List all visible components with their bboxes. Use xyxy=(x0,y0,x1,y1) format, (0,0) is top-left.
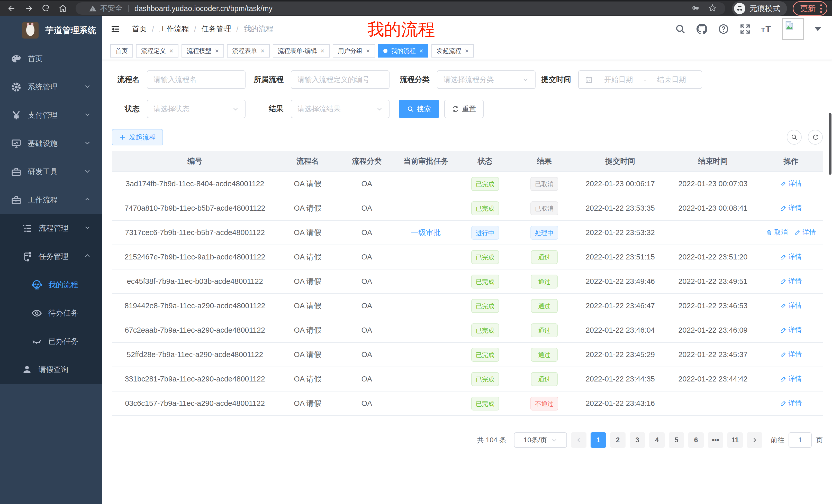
tab-0[interactable]: 首页 xyxy=(110,44,133,58)
status-badge: 已完成 xyxy=(471,299,499,313)
breadcrumb-task-mgmt[interactable]: 任务管理 xyxy=(201,24,231,34)
tab-close-icon[interactable]: × xyxy=(465,48,469,54)
cell-category: OA xyxy=(337,172,396,196)
tab-3[interactable]: 流程表单× xyxy=(227,44,269,58)
process-name-input[interactable]: 请输入流程名 xyxy=(147,71,245,89)
detail-link[interactable]: 详情 xyxy=(780,350,802,359)
tab-close-icon[interactable]: × xyxy=(260,48,264,54)
start-process-button[interactable]: 发起流程 xyxy=(112,129,163,145)
sidebar-item-payment[interactable]: 支付管理 xyxy=(0,101,102,130)
page-button-4[interactable]: 4 xyxy=(649,432,665,448)
avatar[interactable] xyxy=(782,18,804,40)
sidebar-item-process-mgmt[interactable]: 流程管理 xyxy=(0,214,102,243)
process-def-input[interactable]: 请输入流程定义的编号 xyxy=(291,71,390,89)
tab-7[interactable]: 发起流程× xyxy=(432,44,474,58)
tab-close-icon[interactable]: × xyxy=(215,48,219,54)
category-select[interactable]: 请选择流程分类 xyxy=(437,71,536,89)
cell-id: 7470a810-7b9b-11ec-b5b7-acde48001122 xyxy=(112,196,278,220)
search-icon[interactable] xyxy=(675,24,686,34)
tab-2[interactable]: 流程模型× xyxy=(182,44,224,58)
goto-label: 前往 xyxy=(771,436,784,445)
tab-close-icon[interactable]: × xyxy=(170,48,173,54)
browser-update-button[interactable]: 更新 xyxy=(793,1,827,16)
bookmark-star-icon[interactable] xyxy=(708,4,717,13)
github-icon[interactable] xyxy=(697,24,707,34)
breadcrumb-workflow[interactable]: 工作流程 xyxy=(159,24,189,34)
tab-close-icon[interactable]: × xyxy=(366,48,370,54)
refresh-table-button[interactable] xyxy=(808,130,823,145)
sidebar-item-leave-query[interactable]: 请假查询 xyxy=(0,356,102,384)
breadcrumb-home[interactable]: 首页 xyxy=(132,24,147,34)
reset-button[interactable]: 重置 xyxy=(444,100,484,118)
help-icon[interactable] xyxy=(718,24,729,34)
app-logo[interactable]: 芋道管理系统 xyxy=(0,16,102,45)
page-size-select[interactable]: 10条/页 xyxy=(514,432,567,448)
sidebar-item-home[interactable]: 首页 xyxy=(0,45,102,73)
submit-time-range[interactable]: 开始日期 - 结束日期 xyxy=(578,71,702,89)
fullscreen-icon[interactable] xyxy=(740,24,751,34)
end-date-placeholder[interactable]: 结束日期 xyxy=(648,75,696,85)
page-button-1[interactable]: 1 xyxy=(591,432,606,448)
cell-category: OA xyxy=(337,391,396,416)
start-date-placeholder[interactable]: 开始日期 xyxy=(595,75,642,85)
prev-page-button[interactable] xyxy=(571,432,587,448)
page-button-11[interactable]: 11 xyxy=(727,432,743,448)
page-button-5[interactable]: 5 xyxy=(669,432,684,448)
cell-actions: 详情 xyxy=(759,391,823,416)
browser-menu-icon[interactable] xyxy=(820,4,822,13)
cell-submit-time: 2022-01-22 23:46:04 xyxy=(574,318,667,342)
sidebar-item-task-mgmt[interactable]: 任务管理 xyxy=(0,243,102,271)
forward-icon[interactable] xyxy=(24,3,34,13)
current-task-link[interactable]: 一级审批 xyxy=(411,228,441,236)
password-key-icon[interactable] xyxy=(691,4,700,13)
status-badge: 已完成 xyxy=(471,324,499,337)
detail-link[interactable]: 详情 xyxy=(795,228,816,237)
detail-link[interactable]: 详情 xyxy=(780,301,802,310)
result-select[interactable]: 请选择流结果 xyxy=(291,100,390,118)
detail-link[interactable]: 详情 xyxy=(780,277,802,286)
status-badge: 已取消 xyxy=(530,177,558,191)
address-bar[interactable]: 不安全 dashboard.yudao.iocoder.cn/bpm/task/… xyxy=(76,2,725,15)
page-button-6[interactable]: 6 xyxy=(688,432,704,448)
reload-icon[interactable] xyxy=(41,3,51,13)
url-text[interactable]: dashboard.yudao.iocoder.cn/bpm/task/my xyxy=(134,4,272,13)
cell-id: 819442e8-7b9a-11ec-a290-acde48001122 xyxy=(112,293,278,318)
sidebar-item-infra[interactable]: 基础设施 xyxy=(0,130,102,158)
font-size-icon[interactable]: TT xyxy=(761,24,771,34)
sidebar-item-system[interactable]: 系统管理 xyxy=(0,73,102,101)
detail-link[interactable]: 详情 xyxy=(780,252,802,261)
status-select[interactable]: 请选择状态 xyxy=(147,100,245,118)
detail-link[interactable]: 详情 xyxy=(780,326,802,334)
detail-link[interactable]: 详情 xyxy=(780,179,802,188)
not-secure-label[interactable]: 不安全 xyxy=(100,3,123,13)
toggle-search-button[interactable] xyxy=(787,130,802,145)
tab-close-icon[interactable]: × xyxy=(419,48,423,54)
sidebar-item-devtools[interactable]: 研发工具 xyxy=(0,158,102,186)
tab-1[interactable]: 流程定义× xyxy=(136,44,178,58)
sidebar-item-done-tasks[interactable]: 已办任务 xyxy=(0,327,102,356)
detail-link[interactable]: 详情 xyxy=(780,374,802,383)
avatar-caret-icon[interactable] xyxy=(814,27,821,31)
sidebar-item-workflow[interactable]: 工作流程 xyxy=(0,186,102,214)
tab-6[interactable]: 我的流程× xyxy=(378,44,428,58)
sidebar-item-my-process[interactable]: 我的流程 xyxy=(0,271,102,299)
page-button-2[interactable]: 2 xyxy=(610,432,626,448)
page-button-3[interactable]: 3 xyxy=(630,432,645,448)
cell-category: OA xyxy=(337,196,396,220)
cancel-link[interactable]: 取消 xyxy=(766,228,788,237)
detail-link[interactable]: 详情 xyxy=(780,399,802,408)
search-button[interactable]: 搜索 xyxy=(399,100,439,118)
tab-5[interactable]: 用户分组× xyxy=(333,44,375,58)
tab-close-icon[interactable]: × xyxy=(321,48,324,54)
sidebar-fold-icon[interactable] xyxy=(110,24,121,34)
window-scrollbar-thumb[interactable] xyxy=(829,113,831,175)
home-icon[interactable] xyxy=(58,3,68,13)
sidebar-item-todo-tasks[interactable]: 待办任务 xyxy=(0,299,102,327)
detail-link[interactable]: 详情 xyxy=(780,203,802,213)
back-icon[interactable] xyxy=(7,3,17,13)
goto-page-input[interactable] xyxy=(788,432,812,448)
page-ellipsis[interactable]: ••• xyxy=(708,432,723,448)
tab-4[interactable]: 流程表单-编辑× xyxy=(273,44,330,58)
cell-category: OA xyxy=(337,342,396,367)
next-page-button[interactable] xyxy=(747,432,762,448)
